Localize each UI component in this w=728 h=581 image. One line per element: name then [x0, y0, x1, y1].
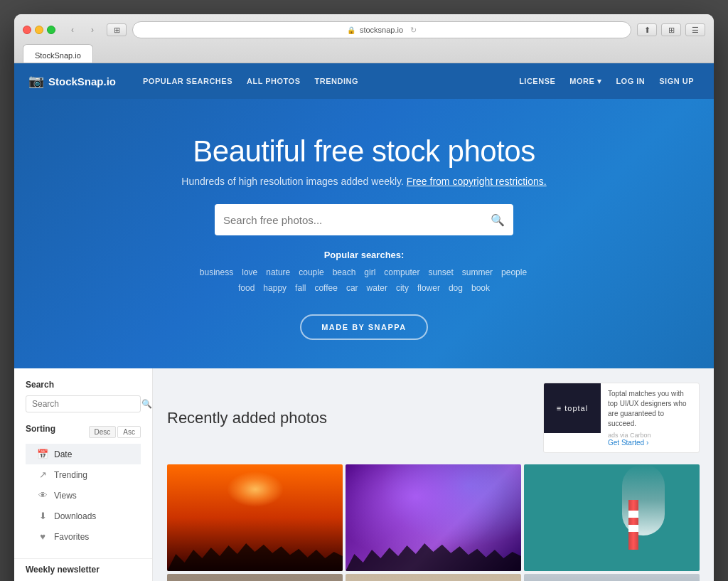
heart-icon: ♥: [37, 531, 48, 542]
sidebar-search-section: Search 🔍: [14, 380, 152, 412]
sidebar-search-input[interactable]: [32, 399, 139, 409]
sort-asc-button[interactable]: Asc: [117, 426, 141, 438]
ad-text: Toptal matches you with top UI/UX design…: [608, 389, 692, 429]
active-tab[interactable]: StockSnap.io: [23, 44, 93, 63]
popular-tags: business love nature couple beach girl c…: [186, 266, 542, 294]
tag-coffee[interactable]: coffee: [311, 282, 340, 294]
popular-searches: Popular searches: business love nature c…: [28, 250, 700, 294]
ad-label: ads via Carbon: [608, 432, 692, 439]
sidebar-toggle[interactable]: ⊞: [107, 23, 127, 36]
brand-name: StockSnap.io: [48, 75, 116, 87]
share-button[interactable]: ⬆: [637, 23, 657, 36]
navbar-nav: POPULAR SEARCHES ALL PHOTOS TRENDING: [137, 73, 499, 90]
newsletter-title: Weekly newsletter: [26, 565, 141, 575]
tag-business[interactable]: business: [197, 266, 236, 279]
ad-banner[interactable]: ≡ toptal Toptal matches you with top UI/…: [543, 383, 700, 453]
browser-controls: ‹ › ⊞ 🔒 stocksnap.io ↻ ⬆ ⊞ ☰: [23, 21, 705, 38]
photos-section-title: Recently added photos: [167, 409, 327, 427]
menu-item-trending[interactable]: ↗ Trending: [26, 464, 141, 485]
navbar-right: LICENSE MORE ▾ LOG IN SIGN UP: [513, 73, 700, 90]
photos-area: Recently added photos ≡ toptal Toptal ma…: [153, 368, 714, 581]
menu-views-label: Views: [54, 491, 77, 501]
sort-buttons: Desc Asc: [89, 426, 141, 438]
tag-sunset[interactable]: sunset: [425, 266, 456, 279]
navbar: 📷 StockSnap.io POPULAR SEARCHES ALL PHOT…: [14, 63, 714, 99]
login-link[interactable]: LOG IN: [610, 73, 651, 90]
camera-icon: 📷: [28, 73, 44, 89]
stage-lights: [227, 471, 284, 507]
sort-desc-button[interactable]: Desc: [89, 426, 117, 438]
tag-dog[interactable]: dog: [446, 282, 466, 294]
menu-trending-label: Trending: [54, 470, 87, 480]
browser-chrome: ‹ › ⊞ 🔒 stocksnap.io ↻ ⬆ ⊞ ☰ StockSnap.i…: [14, 14, 714, 63]
menu-favorites-label: Favorites: [54, 532, 89, 542]
popular-label: Popular searches:: [28, 250, 700, 260]
grid-button[interactable]: ⊞: [661, 23, 681, 36]
menu-item-favorites[interactable]: ♥ Favorites: [26, 526, 141, 547]
sorting-header: Sorting Desc Asc: [26, 424, 141, 439]
extensions-button[interactable]: ☰: [685, 23, 705, 36]
page-content: 📷 StockSnap.io POPULAR SEARCHES ALL PHOT…: [14, 63, 714, 581]
tag-nature[interactable]: nature: [263, 266, 293, 279]
menu-item-date[interactable]: 📅 Date: [26, 444, 141, 464]
tag-beach[interactable]: beach: [330, 266, 359, 279]
tag-book[interactable]: book: [469, 282, 493, 294]
forward-button[interactable]: ›: [84, 23, 101, 36]
photo-item-street[interactable]: [524, 574, 700, 581]
tag-city[interactable]: city: [393, 282, 412, 294]
license-link[interactable]: LICENSE: [513, 73, 561, 90]
menu-item-downloads[interactable]: ⬇ Downloads: [26, 506, 141, 526]
tag-couple[interactable]: couple: [296, 266, 326, 279]
photo-grid: [167, 464, 700, 581]
crowd-silhouette: [167, 528, 343, 571]
chimney-stripe-1: [628, 511, 638, 518]
address-bar[interactable]: 🔒 stocksnap.io ↻: [132, 21, 631, 38]
sidebar: Search 🔍 Sorting Desc Asc: [14, 368, 153, 581]
search-bar[interactable]: 🔍: [215, 204, 513, 235]
tag-people[interactable]: people: [498, 266, 530, 279]
photo-item-couple[interactable]: [346, 574, 521, 581]
close-button[interactable]: [23, 26, 31, 34]
main-content: Search 🔍 Sorting Desc Asc: [14, 368, 714, 581]
tag-water[interactable]: water: [364, 282, 390, 294]
photo-item-concert2[interactable]: [346, 464, 521, 571]
copyright-link[interactable]: Free from copyright restrictions.: [407, 176, 547, 187]
sidebar-search-bar[interactable]: 🔍: [26, 395, 141, 412]
tag-happy[interactable]: happy: [260, 282, 289, 294]
maximize-button[interactable]: [47, 26, 55, 34]
popular-searches-link[interactable]: POPULAR SEARCHES: [137, 73, 238, 90]
tag-car[interactable]: car: [343, 282, 361, 294]
browser-actions: ⬆ ⊞ ☰: [637, 23, 705, 36]
search-input[interactable]: [223, 214, 491, 226]
search-icon[interactable]: 🔍: [491, 213, 505, 227]
photo-item-factory[interactable]: [524, 464, 700, 571]
tag-computer[interactable]: computer: [381, 266, 422, 279]
trending-link[interactable]: TRENDING: [309, 73, 364, 90]
back-button[interactable]: ‹: [64, 23, 81, 36]
signup-link[interactable]: SIGN UP: [653, 73, 700, 90]
photo-item-concert1[interactable]: [167, 464, 343, 571]
tag-summer[interactable]: summer: [459, 266, 496, 279]
ad-cta[interactable]: Get Started ›: [608, 439, 692, 447]
tag-fall[interactable]: fall: [292, 282, 309, 294]
eye-icon: 👁: [37, 490, 48, 501]
browser-window: ‹ › ⊞ 🔒 stocksnap.io ↻ ⬆ ⊞ ☰ StockSnap.i…: [14, 14, 714, 581]
calendar-icon: 📅: [37, 449, 48, 459]
sorting-section: Sorting Desc Asc 📅 Date ↗ Tr: [14, 424, 152, 547]
chimney-stripe-2: [628, 525, 638, 532]
tag-flower[interactable]: flower: [414, 282, 443, 294]
tag-girl[interactable]: girl: [361, 266, 378, 279]
sidebar-search-icon[interactable]: 🔍: [141, 399, 152, 409]
tag-food[interactable]: food: [235, 282, 257, 294]
photo-item-stone[interactable]: [167, 574, 343, 581]
minimize-button[interactable]: [35, 26, 43, 34]
brand-logo[interactable]: 📷 StockSnap.io: [28, 73, 116, 89]
all-photos-link[interactable]: ALL PHOTOS: [241, 73, 306, 90]
tag-love[interactable]: love: [239, 266, 260, 279]
menu-date-label: Date: [54, 449, 72, 459]
hero-section: Beautiful free stock photos Hundreds of …: [14, 99, 714, 368]
made-by-snappa-button[interactable]: MADE BY SNAPPA: [300, 314, 428, 340]
download-icon: ⬇: [37, 511, 48, 521]
more-dropdown[interactable]: MORE ▾: [564, 73, 607, 90]
menu-item-views[interactable]: 👁 Views: [26, 485, 141, 506]
